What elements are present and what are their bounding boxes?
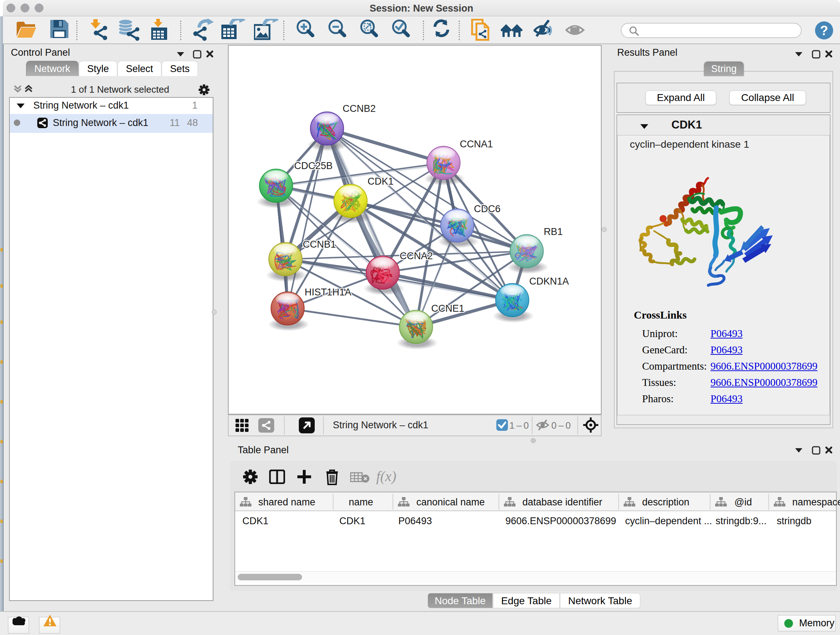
svg-text:HIST1H1A: HIST1H1A xyxy=(305,287,351,298)
svg-text:?: ? xyxy=(820,23,828,38)
svg-text:CCNB2: CCNB2 xyxy=(343,103,376,114)
svg-text:CCNB1: CCNB1 xyxy=(303,239,336,250)
svg-text:CCNA1: CCNA1 xyxy=(460,139,493,149)
svg-text:CDC6: CDC6 xyxy=(474,203,501,214)
svg-text:CDKN1A: CDKN1A xyxy=(529,276,569,287)
svg-text:CDC25B: CDC25B xyxy=(294,160,333,171)
svg-text:CCNE1: CCNE1 xyxy=(431,303,464,314)
svg-text:RB1: RB1 xyxy=(544,226,563,237)
svg-text:CDK1: CDK1 xyxy=(368,176,393,187)
svg-text:CCNA2: CCNA2 xyxy=(400,250,433,261)
